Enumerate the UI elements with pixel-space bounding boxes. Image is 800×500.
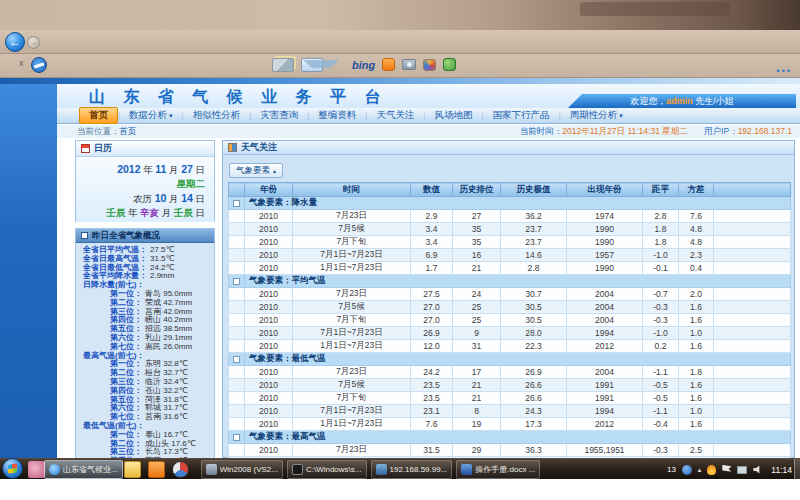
table-row[interactable]: 20107月下旬3.43523.719901.84.8 xyxy=(229,236,791,249)
data-cell: 2004 xyxy=(567,288,643,301)
calendar-panel-header: 日历 xyxy=(76,141,214,157)
data-cell: 21 xyxy=(453,392,501,405)
nav-item-7[interactable]: 国家下行产品 xyxy=(484,108,559,123)
group-checkbox-cell xyxy=(229,431,245,444)
row-blank-cell xyxy=(229,379,245,392)
taskbar-button-0[interactable]: 山东省气候业... xyxy=(44,460,123,479)
network-globe-icon[interactable] xyxy=(682,465,692,475)
table-row[interactable]: 20107月1日~7月23日6.91614.61957-1.02.3 xyxy=(229,249,791,262)
taskbar-button-4[interactable]: 操作手册.docx ... xyxy=(456,460,540,479)
more-dots-icon[interactable]: ••• xyxy=(777,66,792,76)
nav-item-2[interactable]: 相似性分析 xyxy=(184,108,250,123)
browser-app-icon[interactable] xyxy=(172,461,189,478)
forward-button[interactable]: → xyxy=(27,36,40,49)
rank-value: 菏泽 31.8℃ xyxy=(145,395,188,404)
flame-app-icon[interactable] xyxy=(707,465,716,475)
action-center-flag-icon[interactable] xyxy=(722,465,731,474)
data-cell: 2010 xyxy=(245,301,293,314)
back-button[interactable]: ← xyxy=(5,32,25,52)
data-cell: 23.5 xyxy=(411,379,453,392)
nav-item-label: 天气关注 xyxy=(376,109,414,120)
nav-item-8[interactable]: 周期性分析▾ xyxy=(561,108,632,123)
data-cell: 36.2 xyxy=(501,210,567,223)
row-blank-cell xyxy=(229,223,245,236)
data-cell: 26.9 xyxy=(501,366,567,379)
checkbox[interactable] xyxy=(233,278,240,285)
data-cell: 7月1日~7月23日 xyxy=(293,327,411,340)
system-tray: 13 ▴ 11:14 xyxy=(667,459,792,480)
table-row[interactable]: 20101月1日~7月23日7.61917.32012-0.41.6 xyxy=(229,418,791,431)
language-indicator[interactable]: 13 xyxy=(667,465,676,474)
rank-value: 惠民 26.0mm xyxy=(145,342,192,351)
group-row[interactable]: 气象要素：最高气温 xyxy=(229,431,791,444)
table-row[interactable]: 20107月5候3.43523.719901.84.8 xyxy=(229,223,791,236)
group-row[interactable]: 气象要素：平均气温 xyxy=(229,275,791,288)
data-cell: 35 xyxy=(453,223,501,236)
clock[interactable]: 11:14 xyxy=(771,465,792,475)
checkbox[interactable] xyxy=(233,356,240,363)
table-row[interactable]: 20107月1日~7月23日26.9928.01994-1.01.0 xyxy=(229,327,791,340)
effects-icon[interactable] xyxy=(423,59,436,71)
camera-icon[interactable] xyxy=(402,59,416,70)
table-row[interactable]: 20107月1日~7月23日23.1824.31994-1.11.0 xyxy=(229,405,791,418)
table-row[interactable]: 20107月下旬23.52126.61991-0.51.6 xyxy=(229,392,791,405)
data-cell: 2.0 xyxy=(679,288,714,301)
rdp-icon xyxy=(376,464,387,475)
table-row[interactable]: 20107月5候23.52126.61991-0.51.6 xyxy=(229,379,791,392)
row-tail-cell xyxy=(714,405,791,418)
taskbar-button-2[interactable]: C:\Windows\s... xyxy=(287,460,367,479)
group-row[interactable]: 气象要素：最低气温 xyxy=(229,353,791,366)
data-cell: 26.6 xyxy=(501,379,567,392)
volume-icon[interactable] xyxy=(753,466,761,474)
orange-app-icon[interactable] xyxy=(148,461,165,478)
table-row[interactable]: 20107月23日24.21726.92004-1.11.8 xyxy=(229,366,791,379)
pinned-app-icon[interactable] xyxy=(28,461,45,478)
data-cell: 30.5 xyxy=(501,314,567,327)
nav-item-6[interactable]: 风场地图 xyxy=(425,108,481,123)
data-cell: 1990 xyxy=(567,262,643,275)
bing-dict-icon[interactable] xyxy=(382,58,395,71)
tray-expand-icon[interactable]: ▴ xyxy=(698,466,702,474)
weather-watch-icon xyxy=(228,143,237,152)
row-tail-cell xyxy=(714,366,791,379)
table-row[interactable]: 20107月23日31.52936.31955,1951-0.32.5 xyxy=(229,444,791,457)
checkbox[interactable] xyxy=(233,434,240,441)
nav-item-0[interactable]: 首页 xyxy=(79,107,118,124)
table-row[interactable]: 20107月下旬27.02530.52004-0.31.6 xyxy=(229,314,791,327)
nav-item-3[interactable]: 灾害查询 xyxy=(251,108,307,123)
start-button[interactable] xyxy=(2,458,23,479)
blocked-circle-icon[interactable] xyxy=(31,57,47,73)
photos-icon[interactable] xyxy=(272,58,294,72)
rank-value: 崂山 40.2mm xyxy=(145,315,192,324)
nav-item-4[interactable]: 整编资料 xyxy=(309,108,365,123)
group-row[interactable]: 气象要素：降水量 xyxy=(229,197,791,210)
rank-label: 第三位： xyxy=(110,377,142,386)
show-desktop-button[interactable] xyxy=(794,459,800,480)
table-row[interactable]: 20107月5候27.02530.52004-0.31.6 xyxy=(229,301,791,314)
folder-icon[interactable] xyxy=(124,461,141,478)
addon-puzzle-icon[interactable] xyxy=(443,58,456,71)
nav-item-label: 国家下行产品 xyxy=(493,109,550,120)
data-cell: 6.9 xyxy=(411,249,453,262)
element-filter-button[interactable]: 气象要素▴ xyxy=(229,163,283,178)
data-cell: 4.8 xyxy=(679,223,714,236)
taskbar-button-3[interactable]: 192.168.59.99... xyxy=(371,460,453,479)
data-cell: 2.9 xyxy=(411,210,453,223)
table-row[interactable]: 20107月23日2.92736.219742.87.6 xyxy=(229,210,791,223)
mail-icon[interactable] xyxy=(301,58,323,72)
table-row[interactable]: 20101月1日~7月23日1.7212.81990-0.10.4 xyxy=(229,262,791,275)
nav-item-1[interactable]: 数据分析▾ xyxy=(120,108,182,123)
data-cell: 1955,1951 xyxy=(567,444,643,457)
nav-item-5[interactable]: 天气关注 xyxy=(367,108,423,123)
bing-toolbar: bing xyxy=(352,58,456,71)
checkbox[interactable] xyxy=(233,200,240,207)
taskbar-button-1[interactable]: Win2008 (VS2... xyxy=(201,460,283,479)
weekday: 星期二 xyxy=(76,177,205,191)
table-row[interactable]: 20101月1日~7月23日12.03122.320120.21.6 xyxy=(229,340,791,353)
bing-logo[interactable]: bing xyxy=(352,59,375,71)
table-row[interactable]: 20107月23日27.52430.72004-0.72.0 xyxy=(229,288,791,301)
toolbar-close-icon[interactable]: x xyxy=(19,58,24,68)
rank-value: 苍山 32.2℃ xyxy=(145,386,188,395)
data-cell: 7月23日 xyxy=(293,366,411,379)
network-monitor-icon[interactable] xyxy=(737,466,747,474)
